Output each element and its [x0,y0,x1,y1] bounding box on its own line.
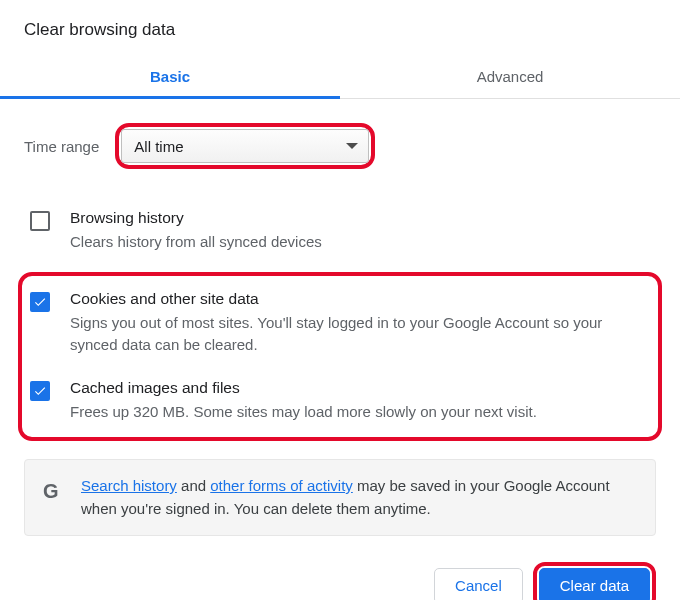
google-account-info: G Search history and other forms of acti… [24,459,656,536]
check-icon [33,384,47,398]
checkbox-cookies[interactable] [30,292,50,312]
option-desc: Frees up 320 MB. Some sites may load mor… [70,401,650,424]
option-browsing-history: Browsing history Clears history from all… [24,199,656,266]
option-body: Browsing history Clears history from all… [70,209,650,254]
option-title: Cached images and files [70,379,650,397]
link-search-history[interactable]: Search history [81,477,177,494]
tab-basic[interactable]: Basic [0,56,340,98]
checkbox-cached[interactable] [30,381,50,401]
google-g-icon: G [43,476,65,521]
time-range-label: Time range [24,138,99,155]
time-range-highlight: All time [115,123,375,169]
chevron-down-icon [346,143,358,149]
tabs: Basic Advanced [0,56,680,99]
dialog-footer: Cancel Clear data [24,562,656,601]
time-range-value: All time [134,138,183,155]
option-cached: Cached images and files Frees up 320 MB.… [24,369,656,436]
clear-data-button[interactable]: Clear data [539,568,650,601]
link-other-activity[interactable]: other forms of activity [210,477,353,494]
cancel-button[interactable]: Cancel [434,568,523,601]
option-body: Cached images and files Frees up 320 MB.… [70,379,650,424]
option-cookies: Cookies and other site data Signs you ou… [24,280,656,369]
options-highlight-group: Cookies and other site data Signs you ou… [18,272,662,442]
clear-button-highlight: Clear data [533,562,656,601]
clear-browsing-data-dialog: Clear browsing data Basic Advanced Time … [0,0,680,600]
dialog-title: Clear browsing data [24,20,656,40]
option-body: Cookies and other site data Signs you ou… [70,290,650,357]
option-title: Cookies and other site data [70,290,650,308]
option-desc: Signs you out of most sites. You'll stay… [70,312,650,357]
time-range-row: Time range All time [24,123,656,169]
info-text: Search history and other forms of activi… [81,474,637,521]
checkbox-browsing-history[interactable] [30,211,50,231]
check-icon [33,295,47,309]
option-title: Browsing history [70,209,650,227]
option-desc: Clears history from all synced devices [70,231,650,254]
time-range-select[interactable]: All time [121,129,369,163]
tab-advanced[interactable]: Advanced [340,56,680,98]
